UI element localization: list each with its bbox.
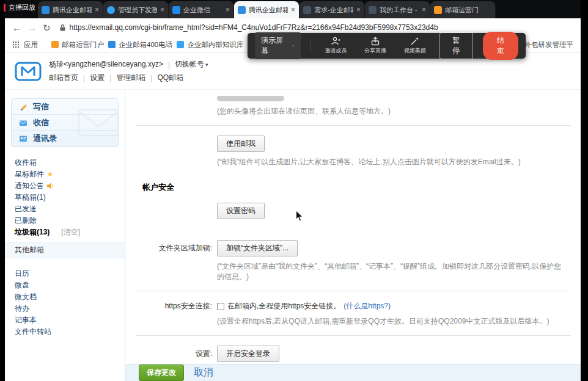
what-is-https-link[interactable]: (什么是https?) bbox=[344, 301, 391, 311]
folder-label: 已发送 bbox=[15, 204, 37, 214]
share-screen-dropdown[interactable]: 演示屏幕 ▾ bbox=[255, 32, 301, 59]
app-label: 文件中转站 bbox=[15, 327, 51, 337]
tab-strip: 腾讯企业邮箱 × 管理员下发激活码 × 企业微信 × 腾讯企业邮箱 - 邮 × … bbox=[5, 0, 581, 18]
mailme-note: (“邮我”组件可以生成图片,让大家放在博客、论坛上,别人点击图片就可以方便的发E… bbox=[217, 157, 581, 167]
https-checkbox[interactable] bbox=[217, 303, 224, 310]
bookmark-400-hotline[interactable]: 企业邮箱400电话 bbox=[108, 40, 172, 49]
enable-secure-login-button[interactable]: 开启安全登录 bbox=[217, 346, 279, 362]
folder-sent[interactable]: 已发送 bbox=[5, 203, 125, 215]
video-beauty-button[interactable]: 视频美颜 bbox=[400, 37, 430, 55]
bookmark-knowledge-base[interactable]: 企业邮内部知识库 bbox=[177, 40, 243, 49]
url-text: https://exmail.qq.com/cgi-bin/frame_html… bbox=[70, 23, 438, 32]
live-indicator-icon bbox=[4, 4, 6, 12]
contacts-button[interactable]: 通讯录 bbox=[12, 131, 118, 147]
separator: | bbox=[168, 60, 170, 69]
account-line: 杨珍<yangzhen@silenceyang.xyz> | 切换帐号 ▾ bbox=[49, 59, 208, 70]
pause-button[interactable]: 暂停 bbox=[439, 32, 473, 59]
tab-exmail-active[interactable]: 腾讯企业邮箱 - 邮 × bbox=[234, 1, 300, 18]
https-row: https安全连接: 在邮箱内,全程使用https安全链接。 (什么是https… bbox=[125, 301, 581, 311]
sidebar-item-notes[interactable]: 记事本 bbox=[5, 314, 125, 326]
separator: | bbox=[83, 74, 85, 82]
share-live-button[interactable]: 分享直播 bbox=[361, 37, 391, 55]
sidebar-item-file-transfer[interactable]: 文件中转站 bbox=[5, 326, 125, 338]
tab-title: 我的工作台 - TAP bbox=[380, 5, 419, 15]
tab-ops-portal[interactable]: 邮箱运营门 bbox=[430, 1, 496, 18]
app-label: 微文档 bbox=[15, 292, 37, 302]
folder-label: 收件箱 bbox=[15, 158, 37, 168]
tab-wecom[interactable]: 企业微信 × bbox=[169, 1, 234, 18]
cancel-link[interactable]: 取消 bbox=[194, 366, 213, 379]
other-mailbox-section[interactable]: 其他邮箱 bbox=[5, 242, 125, 258]
https-label: https安全连接: bbox=[125, 301, 217, 311]
wecom-favicon bbox=[172, 6, 180, 14]
folder-lock-note: (“文件夹区域”是由“我的文件夹”、“其他邮箱”、“记事本”、“提醒”组成。加锁… bbox=[217, 261, 581, 282]
chevron-down-icon: ▾ bbox=[292, 43, 295, 49]
padlock-icon bbox=[59, 24, 66, 32]
invite-member-button[interactable]: 邀请成员 bbox=[321, 37, 351, 55]
reload-button[interactable]: ↻ bbox=[43, 23, 51, 32]
tab-title: 邮箱运营门 bbox=[445, 5, 491, 15]
account-email: 杨珍<yangzhen@silenceyang.xyz> bbox=[49, 59, 163, 70]
bookmark-ops-portal[interactable]: 邮箱运营门户 bbox=[51, 40, 104, 49]
tab-close-icon[interactable]: × bbox=[422, 6, 426, 13]
forward-button[interactable]: → bbox=[28, 23, 37, 32]
tab-workbench[interactable]: 我的工作台 - TAP × bbox=[365, 1, 430, 18]
contacts-label: 通讯录 bbox=[33, 133, 57, 144]
tab-close-icon[interactable]: × bbox=[160, 6, 164, 13]
tab-close-icon[interactable]: × bbox=[291, 6, 295, 13]
bookmark-favicon bbox=[177, 41, 184, 48]
tab-title: 管理员下发激活码 bbox=[118, 5, 157, 15]
folder-starred[interactable]: 星标邮件 ★ bbox=[5, 169, 125, 180]
bookmark-favicon bbox=[51, 41, 59, 48]
compose-button[interactable]: 写信 bbox=[12, 99, 118, 115]
share-screen-label: 演示屏幕 bbox=[261, 35, 288, 56]
live-replay-badge: 直播回放 bbox=[4, 3, 35, 12]
folder-drafts[interactable]: 草稿箱(1) bbox=[5, 192, 125, 203]
exmail-logo bbox=[15, 62, 42, 81]
divider bbox=[136, 335, 571, 336]
sidebar-item-docs[interactable]: 微文档 bbox=[5, 291, 125, 303]
secure-login-row: 设置: 开启安全登录 bbox=[125, 346, 581, 362]
folder-junk[interactable]: 垃圾箱(13) [清空] bbox=[5, 227, 125, 238]
mail-nav-home[interactable]: 邮箱首页 bbox=[49, 73, 78, 83]
tapd-favicon bbox=[303, 6, 311, 14]
share-icon bbox=[370, 37, 380, 46]
mail-nav-settings[interactable]: 设置 bbox=[90, 73, 105, 83]
end-button[interactable]: 结束 bbox=[483, 32, 519, 60]
folder-deleted[interactable]: 已删除 bbox=[5, 215, 125, 227]
magic-wand-icon bbox=[410, 37, 420, 46]
tab-exmail-1[interactable]: 腾讯企业邮箱 × bbox=[38, 1, 103, 18]
save-button[interactable]: 保存更改 bbox=[139, 365, 184, 381]
apps-grid-icon[interactable] bbox=[12, 41, 20, 48]
switch-account-link[interactable]: 切换帐号 ▾ bbox=[175, 59, 208, 70]
speaker-icon bbox=[47, 183, 54, 189]
use-mailme-button[interactable]: 使用邮我 bbox=[217, 136, 265, 152]
tab-activation[interactable]: 管理员下发激活码 × bbox=[103, 1, 169, 18]
set-password-button[interactable]: 设置密码 bbox=[217, 203, 265, 219]
mail-nav-admin[interactable]: 管理邮箱 bbox=[116, 73, 145, 83]
sidebar-item-drive[interactable]: 微盘 bbox=[5, 280, 125, 291]
sidebar-item-calendar[interactable]: 日历 bbox=[5, 268, 125, 280]
tab-title: 需求-企业邮箱-TA bbox=[314, 5, 353, 15]
receive-button[interactable]: 收信 bbox=[12, 115, 118, 131]
tab-close-icon[interactable]: × bbox=[226, 6, 230, 13]
tab-title: 腾讯企业邮箱 - 邮 bbox=[249, 5, 288, 15]
tab-title: 企业微信 bbox=[183, 5, 222, 15]
compose-label: 写信 bbox=[33, 101, 49, 112]
avatar-note: (您的头像将会出现在读信页面、联系人信息等地方。) bbox=[217, 106, 581, 117]
tab-tapd-requirement[interactable]: 需求-企业邮箱-TA × bbox=[300, 1, 365, 18]
settings-scroll-area: (您的头像将会出现在读信页面、联系人信息等地方。) 使用邮我 (“邮我”组件可以… bbox=[125, 90, 581, 364]
https-checkbox-text: 在邮箱内,全程使用https安全链接。 bbox=[227, 301, 340, 311]
folder-inbox[interactable]: 收件箱 bbox=[5, 157, 125, 169]
apps-label[interactable]: 应用 bbox=[24, 40, 38, 49]
tab-close-icon[interactable]: × bbox=[356, 6, 361, 13]
folder-announcements[interactable]: 通知公告 bbox=[5, 180, 125, 192]
folder-lock-label: 文件夹区域加锁: bbox=[125, 243, 217, 253]
back-button[interactable]: ← bbox=[12, 23, 21, 32]
sidebar-item-todo[interactable]: 待办 bbox=[5, 303, 125, 314]
mail-nav-qqmail[interactable]: QQ邮箱 bbox=[157, 73, 183, 83]
lock-folder-button[interactable]: 加锁“文件夹区域”... bbox=[217, 240, 298, 256]
empty-junk-link[interactable]: [清空] bbox=[61, 227, 80, 238]
mail-nav: 邮箱首页 | 设置 | 管理邮箱 | QQ邮箱 bbox=[49, 73, 208, 83]
tab-close-icon[interactable]: × bbox=[95, 6, 99, 13]
